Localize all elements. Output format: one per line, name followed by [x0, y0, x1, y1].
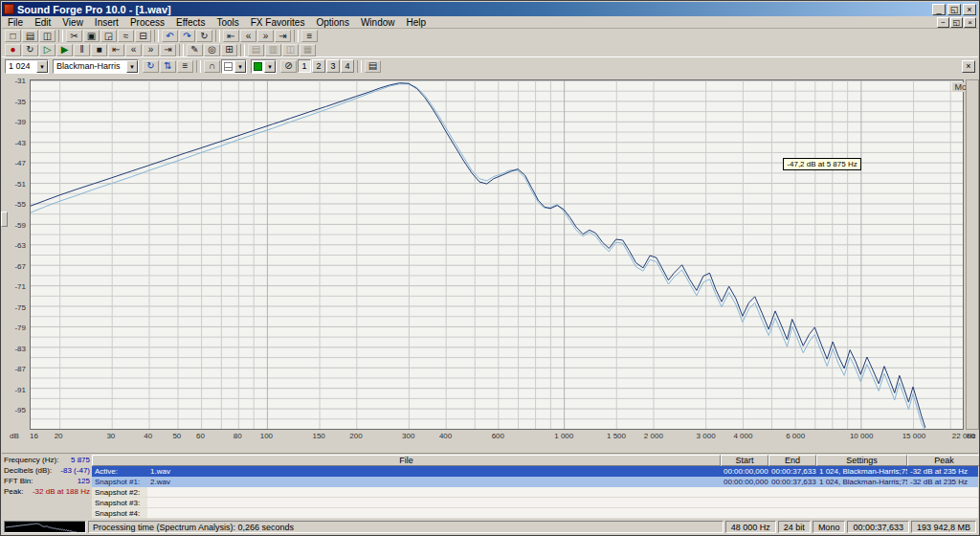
undo-button[interactable]: ↶ [162, 30, 178, 42]
menu-window[interactable]: Window [355, 16, 401, 29]
x-tick-label: 6 000 [772, 432, 818, 440]
go-to-end-button[interactable]: ⇥ [160, 44, 176, 56]
x-axis: 162030405060801001502003004006001 0001 5… [30, 432, 964, 442]
grid-style-select[interactable]: — ▼ [221, 59, 247, 74]
toolbar-separator [179, 44, 184, 56]
minimize-button[interactable]: _ [932, 4, 946, 15]
panel-close-button[interactable]: × [962, 60, 975, 73]
sample-rate-indicator: 48 000 Hz [725, 521, 776, 533]
spectrum-thumbnail [4, 521, 86, 533]
restore-button[interactable]: ◱ [947, 4, 961, 15]
chevron-down-icon: ▼ [234, 60, 246, 73]
rewind-button[interactable]: « [125, 44, 142, 56]
pause-button[interactable]: ‖ [74, 44, 90, 56]
copy-button[interactable]: ▣ [83, 30, 100, 42]
toolbar-separator [196, 60, 201, 73]
chevron-down-icon: ▼ [264, 60, 276, 73]
right-scroll-strip[interactable] [966, 79, 979, 430]
forward-button[interactable]: » [257, 30, 274, 42]
fast-forward-button[interactable]: » [143, 44, 159, 56]
column-header-file[interactable]: File [92, 455, 721, 466]
print-button[interactable]: ▤ [365, 60, 381, 73]
spectrum-chart[interactable] [30, 79, 964, 430]
table-row-active[interactable]: Active: 1.wav 00:00:00,000 00:00:37,633 … [92, 466, 978, 477]
menu-fx-favorites[interactable]: FX Favorites [245, 16, 311, 29]
repeat-button[interactable]: ↻ [196, 30, 212, 42]
settings-button[interactable]: ≡ [177, 60, 193, 73]
menu-process[interactable]: Process [124, 16, 170, 29]
menu-effects[interactable]: Effects [170, 16, 211, 29]
play-button[interactable]: ▶ [56, 44, 73, 56]
snapshot-3-button[interactable]: 3 [326, 59, 340, 73]
trim-button[interactable]: ⊟ [135, 30, 151, 42]
mix-button[interactable]: ≈ [118, 30, 134, 42]
window-type-select[interactable]: Blackman-Harris ▼ [53, 59, 139, 74]
window-cascade-button[interactable]: ◫ [282, 44, 299, 56]
column-header-start[interactable]: Start [721, 455, 768, 466]
table-row-snapshot-4[interactable]: Snapshot #4: [92, 508, 978, 519]
menu-view[interactable]: View [56, 16, 89, 29]
snapshot-2-button[interactable]: 2 [312, 59, 325, 73]
new-file-button[interactable]: □ [5, 30, 21, 42]
window-tile-vertical-button[interactable]: ▥ [265, 44, 281, 56]
open-file-button[interactable]: ▤ [22, 30, 38, 42]
refresh-button[interactable]: ↻ [143, 60, 159, 73]
mdi-controls: − ◱ × [936, 17, 978, 28]
go-to-start-button[interactable]: ⇤ [223, 30, 239, 42]
stop-button[interactable]: ■ [91, 44, 107, 56]
redo-button[interactable]: ↷ [179, 30, 195, 42]
properties-button[interactable]: ≡ [301, 30, 318, 42]
y-tick-label: -91 [3, 386, 26, 394]
menu-insert[interactable]: Insert [89, 16, 124, 29]
paste-button[interactable]: ◲ [100, 30, 117, 42]
properties-icon: ≡ [307, 32, 313, 41]
lock-button[interactable]: ∩ [204, 60, 220, 73]
snapshot-4-button[interactable]: 4 [341, 59, 354, 73]
spectrum-toolbar: 1 024 ▼ Blackman-Harris ▼ ↻ ⇅ ≡ ∩ — ▼ ▼ … [2, 56, 978, 75]
magnify-tool-button[interactable]: ◎ [204, 44, 220, 56]
menu-tools[interactable]: Tools [211, 16, 244, 29]
menu-help[interactable]: Help [400, 16, 432, 29]
edit-tool-button[interactable]: ✎ [187, 44, 203, 56]
mdi-close-button[interactable]: × [964, 17, 976, 28]
table-row-snapshot-1[interactable]: Snapshot #1: 2.wav 00:00:00,000 00:00:37… [92, 477, 978, 487]
menu-options[interactable]: Options [310, 16, 354, 29]
toolbar-separator [154, 30, 159, 42]
splitter-handle[interactable] [1, 212, 8, 227]
y-tick-label: -71 [3, 282, 26, 291]
column-header-end[interactable]: End [768, 455, 816, 466]
workspace-button[interactable]: ▦ [300, 44, 316, 56]
app-icon [4, 4, 14, 14]
window-tile-horizontal-button[interactable]: ▤ [248, 44, 264, 56]
frequency-value: 5 875 [71, 455, 90, 465]
line-style-icon: — [224, 62, 233, 71]
fft-size-select[interactable]: 1 024 ▼ [5, 59, 49, 74]
circle-slash-button[interactable]: ⊘ [280, 60, 297, 73]
menu-file[interactable]: File [2, 16, 29, 29]
loop-playback-button[interactable]: ↻ [22, 44, 38, 56]
mdi-restore-button[interactable]: ◱ [950, 17, 963, 28]
record-button[interactable]: ● [5, 44, 21, 56]
mdi-minimize-button[interactable]: − [937, 17, 949, 28]
y-tick-label: -51 [3, 180, 26, 189]
close-button[interactable]: × [963, 4, 976, 15]
save-button[interactable]: ◫ [39, 30, 56, 42]
new-file-icon: □ [10, 32, 15, 41]
go-to-start-button[interactable]: ⇤ [108, 44, 124, 56]
sort-button[interactable]: ⇅ [160, 60, 176, 73]
color-select[interactable]: ▼ [251, 59, 277, 74]
y-tick-label: -47 [3, 159, 26, 168]
play-all-button[interactable]: ▷ [39, 44, 56, 56]
y-tick-label: -95 [3, 406, 26, 414]
column-header-peak[interactable]: Peak [907, 455, 980, 466]
cut-button[interactable]: ✂ [66, 30, 82, 42]
table-row-snapshot-3[interactable]: Snapshot #3: [92, 498, 978, 508]
snapshot-1-button[interactable]: 1 [298, 59, 311, 73]
info-row-frequency: Frequency (Hz): 5 875 [2, 455, 92, 465]
go-to-end-button[interactable]: ⇥ [275, 30, 291, 42]
rewind-button[interactable]: « [240, 30, 256, 42]
selection-tool-button[interactable]: ⊞ [221, 44, 237, 56]
column-header-settings[interactable]: Settings [816, 455, 907, 466]
table-row-snapshot-2[interactable]: Snapshot #2: [92, 487, 978, 498]
menu-edit[interactable]: Edit [29, 16, 56, 29]
